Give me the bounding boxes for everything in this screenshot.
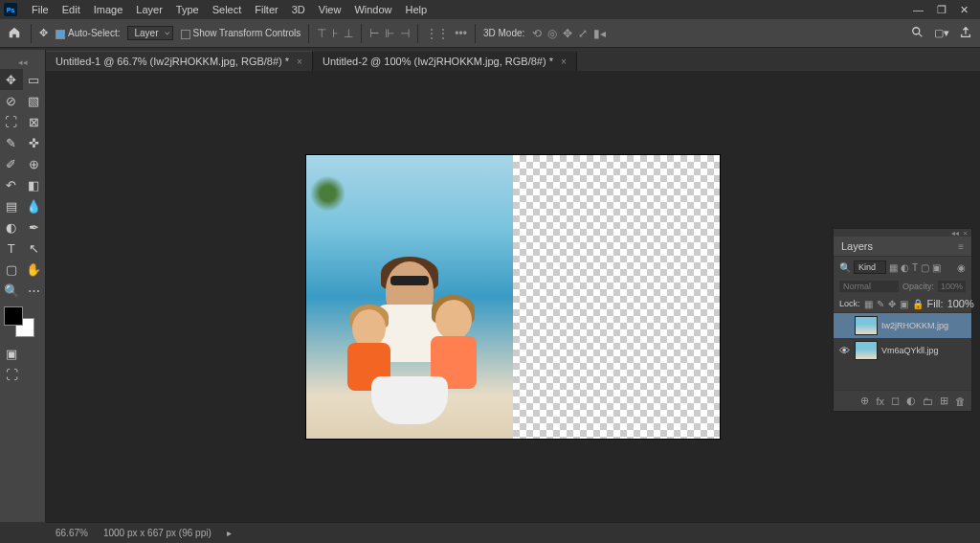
group-icon[interactable]: 🗀: [923, 396, 933, 407]
filter-shape-icon[interactable]: ▢: [921, 262, 929, 273]
opacity-value[interactable]: 100%: [938, 281, 966, 292]
menu-type[interactable]: Type: [169, 4, 206, 15]
panel-handle[interactable]: ◂◂ ×: [834, 229, 971, 237]
zoom-tool[interactable]: 🔍: [0, 280, 23, 301]
layer-style-icon[interactable]: fx: [876, 396, 884, 407]
eyedropper-tool[interactable]: ✎: [0, 132, 23, 153]
crop-tool[interactable]: ⛶: [0, 111, 23, 132]
auto-select-checkbox[interactable]: [56, 30, 65, 39]
blend-mode-dropdown[interactable]: Normal: [839, 281, 899, 292]
zoom-level[interactable]: 66.67%: [56, 528, 88, 538]
fill-value[interactable]: 100%: [947, 298, 974, 309]
show-transform-checkbox[interactable]: [181, 30, 190, 39]
toolbox-collapse-icon[interactable]: ◂◂: [0, 57, 45, 67]
align-center-icon[interactable]: ⊩: [385, 27, 394, 40]
menu-file[interactable]: File: [25, 4, 56, 15]
distribute-icon[interactable]: ⋮⋮: [426, 27, 449, 40]
selection-tool[interactable]: ▧: [23, 90, 46, 111]
filter-adjust-icon[interactable]: ◐: [901, 262, 909, 273]
align-top-icon[interactable]: ⊤: [317, 27, 326, 40]
move-tool[interactable]: ✥: [0, 69, 23, 90]
document-canvas[interactable]: [306, 155, 720, 439]
dodge-tool[interactable]: ◐: [0, 216, 23, 238]
layer-name[interactable]: Vm6aQYkll.jpg: [881, 346, 939, 355]
document-tab-2[interactable]: Untitled-2 @ 100% (Iw2jRHOKKM.jpg, RGB/8…: [313, 52, 577, 71]
window-restore[interactable]: ❐: [937, 4, 947, 16]
document-info[interactable]: 1000 px x 667 px (96 ppi): [103, 528, 212, 538]
align-middle-icon[interactable]: ⊦: [332, 27, 338, 40]
marquee-tool[interactable]: ▭: [23, 69, 46, 90]
filter-pixel-icon[interactable]: ▦: [889, 262, 898, 273]
window-close[interactable]: ✕: [960, 4, 969, 16]
gradient-tool[interactable]: ▤: [0, 195, 23, 216]
blur-tool[interactable]: 💧: [23, 195, 46, 216]
layer-mask-icon[interactable]: ◻: [891, 395, 900, 407]
layer-thumbnail[interactable]: [855, 316, 878, 335]
frame-tool[interactable]: ⊠: [23, 111, 46, 132]
3d-slide-icon[interactable]: ⤢: [578, 27, 588, 40]
menu-image[interactable]: Image: [87, 4, 130, 15]
history-brush-tool[interactable]: ↶: [0, 174, 23, 195]
path-tool[interactable]: ↖: [23, 238, 46, 259]
3d-pan-icon[interactable]: ✥: [563, 27, 572, 40]
menu-filter[interactable]: Filter: [248, 4, 284, 15]
menu-view[interactable]: View: [312, 4, 348, 15]
tab-close-icon[interactable]: ×: [561, 57, 567, 67]
filter-smart-icon[interactable]: ▣: [932, 262, 941, 273]
foreground-color[interactable]: [4, 306, 23, 326]
home-icon[interactable]: [8, 26, 23, 41]
lock-all-icon[interactable]: 🔒: [912, 299, 924, 309]
3d-orbit-icon[interactable]: ⟲: [532, 27, 542, 40]
screenmode-tool[interactable]: ⛶: [0, 364, 23, 385]
info-caret-icon[interactable]: ▸: [227, 528, 232, 538]
more-icon[interactable]: •••: [455, 27, 467, 40]
hand-tool[interactable]: ✋: [23, 259, 46, 280]
new-layer-icon[interactable]: ⊞: [940, 395, 948, 407]
layer-thumbnail[interactable]: [855, 341, 878, 360]
color-swatches[interactable]: [4, 306, 34, 337]
healing-tool[interactable]: ✜: [23, 132, 46, 153]
adjustment-layer-icon[interactable]: ◐: [906, 395, 916, 407]
lock-transparency-icon[interactable]: ▦: [864, 299, 873, 309]
document-tab-1[interactable]: Untitled-1 @ 66.7% (Iw2jRHOKKM.jpg, RGB/…: [46, 51, 313, 71]
align-right-icon[interactable]: ⊣: [400, 27, 410, 40]
menu-3d[interactable]: 3D: [285, 4, 312, 15]
lasso-tool[interactable]: ⊘: [0, 90, 23, 111]
eraser-tool[interactable]: ◧: [23, 174, 46, 195]
panel-menu-icon[interactable]: ≡: [958, 241, 964, 252]
panel-tab-layers[interactable]: Layers ≡: [834, 237, 971, 257]
lock-pixels-icon[interactable]: ✎: [877, 299, 884, 309]
lock-artboard-icon[interactable]: ▣: [900, 299, 908, 309]
shape-tool[interactable]: ▢: [0, 259, 23, 280]
menu-layer[interactable]: Layer: [129, 4, 169, 15]
link-layers-icon[interactable]: ⊕: [860, 395, 869, 407]
stamp-tool[interactable]: ⊕: [23, 153, 46, 174]
workspace-icon[interactable]: ▢▾: [934, 27, 949, 39]
menu-select[interactable]: Select: [206, 4, 249, 15]
menu-help[interactable]: Help: [399, 4, 434, 15]
share-icon[interactable]: [959, 26, 972, 41]
delete-layer-icon[interactable]: 🗑: [955, 396, 966, 407]
layer-row[interactable]: 👁 Vm6aQYkll.jpg: [834, 338, 971, 363]
align-left-icon[interactable]: ⊢: [369, 27, 379, 40]
filter-toggle-icon[interactable]: ◉: [957, 262, 966, 273]
filter-type-icon[interactable]: T: [912, 262, 918, 273]
edit-toolbar[interactable]: ⋯: [23, 280, 46, 301]
panel-close-icon[interactable]: ×: [963, 229, 968, 238]
brush-tool[interactable]: ✐: [0, 153, 23, 174]
visibility-toggle[interactable]: 👁: [837, 345, 851, 356]
layer-row[interactable]: Iw2jRHOKKM.jpg: [834, 313, 971, 338]
auto-select-dropdown[interactable]: Layer: [127, 26, 172, 40]
align-bottom-icon[interactable]: ⊥: [344, 27, 353, 40]
menu-window[interactable]: Window: [347, 4, 398, 15]
tab-close-icon[interactable]: ×: [297, 57, 302, 67]
layer-name[interactable]: Iw2jRHOKKM.jpg: [881, 321, 948, 330]
window-minimize[interactable]: —: [913, 4, 924, 16]
type-tool[interactable]: T: [0, 238, 23, 259]
3d-roll-icon[interactable]: ◎: [547, 27, 557, 40]
filter-kind-dropdown[interactable]: Kind: [854, 260, 886, 274]
search-icon[interactable]: [911, 26, 924, 41]
quickmask-tool[interactable]: ▣: [0, 343, 23, 364]
lock-position-icon[interactable]: ✥: [888, 299, 896, 309]
collapse-icon[interactable]: ◂◂: [951, 229, 959, 238]
